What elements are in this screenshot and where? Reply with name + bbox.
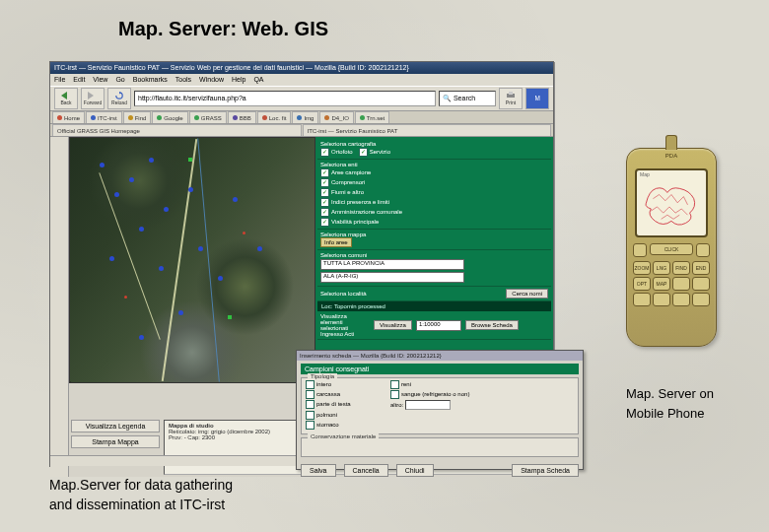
layer-checkbox[interactable]: ✓Ortofoto — [320, 148, 353, 157]
bookmark-tab[interactable]: Loc. fit — [257, 111, 292, 123]
phone-soft-left[interactable] — [633, 243, 647, 257]
checkbox-icon[interactable] — [306, 380, 315, 389]
visualize-button[interactable]: Visualizza — [374, 320, 412, 330]
checkbox-icon[interactable]: ✓ — [320, 168, 329, 177]
menu-window[interactable]: Window — [199, 74, 224, 86]
phone-key[interactable]: END — [692, 261, 710, 275]
phone-key[interactable] — [653, 293, 670, 306]
sample-type-checkbox[interactable]: reni — [390, 380, 574, 389]
checkbox-icon[interactable]: ✓ — [359, 148, 368, 157]
bookmark-tab[interactable]: GRASS — [189, 111, 227, 123]
phone-key[interactable] — [672, 293, 690, 306]
phone-key[interactable]: ZOOM — [633, 261, 651, 275]
layer-checkbox[interactable]: ✓Indici presenza e limiti — [320, 198, 548, 207]
phone-key[interactable]: LNG — [653, 261, 670, 275]
print-label: Print — [506, 100, 516, 105]
url-bar[interactable]: http://flauto.itc.it/servizifauna.php?a — [134, 91, 436, 106]
comuni-select-1[interactable]: TUTTA LA PROVINCIA — [320, 259, 464, 270]
sample-type-checkbox[interactable]: stomaco — [306, 421, 384, 430]
checkbox-icon[interactable]: ✓ — [320, 148, 329, 157]
page-tab[interactable]: ITC-irst — Servizio Faunistico PAT — [303, 124, 552, 136]
phone-key[interactable] — [672, 277, 690, 291]
phone-key[interactable] — [692, 277, 710, 291]
checkbox-icon[interactable]: ✓ — [320, 208, 329, 217]
scale-select[interactable]: 1:10000 — [416, 320, 461, 331]
sample-type-checkbox[interactable]: sangue (refrigerato o non) — [390, 390, 574, 399]
bookmark-tab[interactable]: Img — [292, 111, 318, 123]
checkbox-icon[interactable] — [306, 390, 315, 399]
checkbox-icon[interactable]: ✓ — [320, 178, 329, 187]
menu-file[interactable]: File — [54, 74, 65, 86]
layer-checkbox[interactable]: ✓Amministrazione comunale — [320, 208, 548, 217]
mozilla-icon[interactable]: M — [525, 88, 549, 109]
map-select-value[interactable]: Info aree — [320, 237, 352, 247]
checkbox-icon[interactable]: ✓ — [320, 218, 329, 227]
fieldset-conservazione-legend: Conservazione materiale — [308, 433, 379, 439]
menu-tools[interactable]: Tools — [175, 74, 191, 86]
checkbox-icon[interactable]: ✓ — [320, 198, 329, 207]
checkbox-icon[interactable] — [306, 400, 315, 409]
bookmark-tab[interactable]: BBB — [228, 111, 256, 123]
layer-checkbox[interactable]: ✓Aree campione — [320, 168, 548, 177]
phone-key[interactable]: MAP — [653, 277, 670, 291]
show-legend-button[interactable]: Visualizza Legenda — [71, 420, 160, 432]
layer-checkbox[interactable]: ✓Viabilità principale — [320, 218, 548, 227]
menu-view[interactable]: View — [93, 74, 107, 86]
search-box[interactable]: 🔍 Search — [439, 91, 496, 106]
phone-click-button[interactable]: CLICK — [650, 243, 693, 255]
cancel-button[interactable]: Cancella — [344, 464, 388, 477]
layer-checkbox-label: Indici presenza e limiti — [331, 199, 389, 205]
phone-screen-label: Map — [640, 171, 650, 177]
comuni-select-2[interactable]: ALA (A-R-IG) — [320, 272, 464, 283]
back-button[interactable]: Back — [54, 88, 78, 109]
reload-button[interactable]: Reload — [107, 88, 131, 109]
other-input[interactable] — [405, 400, 451, 410]
bookmark-tab[interactable]: Find — [123, 111, 152, 123]
menu-help[interactable]: Help — [232, 74, 245, 86]
bookmark-tab[interactable]: Trn.set — [355, 111, 389, 123]
bookmark-tab[interactable]: D4_IO — [319, 111, 353, 123]
checkbox-icon[interactable] — [390, 390, 399, 399]
menu-qa[interactable]: QA — [253, 74, 263, 86]
browse-scheda-button[interactable]: Browse Scheda — [465, 320, 519, 330]
checkbox-icon[interactable]: ✓ — [320, 188, 329, 197]
phone-key[interactable] — [633, 293, 651, 306]
phone-key[interactable] — [692, 293, 710, 306]
print-button[interactable]: Print — [499, 88, 523, 109]
phone-soft-right[interactable] — [696, 243, 710, 257]
layer-checkbox[interactable]: ✓Fiumi e altro — [320, 188, 548, 197]
menu-edit[interactable]: Edit — [73, 74, 85, 86]
map-viewport[interactable] — [69, 137, 315, 383]
checkbox-icon[interactable] — [390, 380, 399, 389]
search-names-button[interactable]: Cerca nomi — [506, 289, 548, 299]
layer-checkbox[interactable]: ✓Comprensori — [320, 178, 548, 187]
save-button[interactable]: Salva — [301, 464, 336, 477]
sample-type-checkbox[interactable]: intero — [306, 380, 384, 389]
sample-type-checkbox[interactable]: polmoni — [306, 411, 384, 420]
layer-checkbox[interactable]: ✓Servizio — [359, 148, 390, 157]
sample-type-checkbox[interactable]: parte di testa — [306, 400, 384, 410]
tab-favicon-icon — [194, 115, 199, 120]
print-map-button[interactable]: Stampa Mappa — [71, 435, 160, 448]
bookmark-tab[interactable]: ITC-irst — [86, 111, 122, 123]
menu-go[interactable]: Go — [115, 74, 124, 86]
sample-type-checkbox[interactable]: carcassa — [306, 390, 384, 399]
tab-favicon-icon — [262, 115, 267, 120]
layer-checkbox-label: Comprensori — [331, 179, 365, 185]
tab-favicon-icon — [233, 115, 238, 120]
page-tabstrip: Official GRASS GIS HomepageITC-irst — Se… — [50, 124, 553, 137]
bookmark-tab[interactable]: Home — [52, 111, 85, 123]
bookmark-tab[interactable]: Google — [152, 111, 187, 123]
print-scheda-button[interactable]: Stampa Scheda — [512, 464, 579, 477]
phone-key[interactable]: FIND — [672, 261, 690, 275]
menu-bookmarks[interactable]: Bookmarks — [133, 74, 168, 86]
checkbox-icon[interactable] — [306, 411, 315, 420]
forward-button[interactable]: Forward — [81, 88, 105, 109]
close-button[interactable]: Chiudi — [396, 464, 434, 477]
sample-type-label: intero — [316, 381, 331, 387]
status-bar: Loc: Topomin processed — [317, 301, 551, 311]
page-tab[interactable]: Official GRASS GIS Homepage — [52, 124, 302, 136]
search-label: Search — [454, 95, 475, 101]
checkbox-icon[interactable] — [306, 421, 315, 430]
phone-key[interactable]: OPT — [633, 277, 651, 291]
